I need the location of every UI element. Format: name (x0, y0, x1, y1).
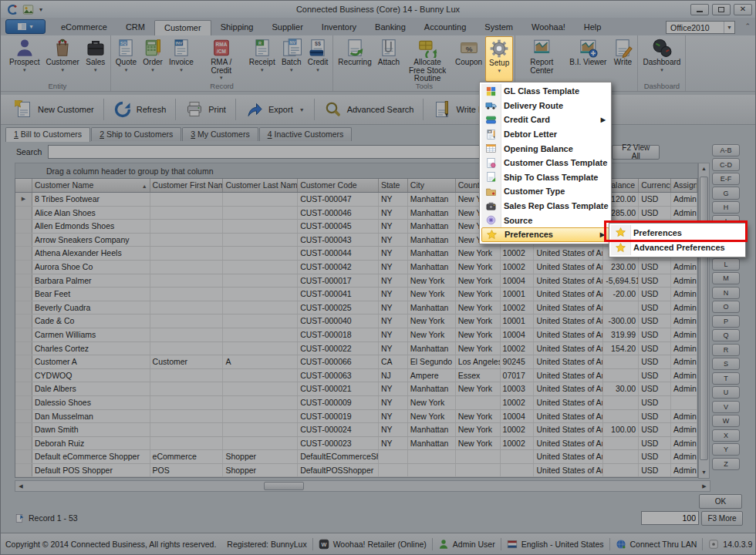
gl-icon (485, 86, 497, 97)
ship-doc-icon (485, 171, 497, 183)
menu-item-label: Credit Card (504, 115, 550, 124)
menu-item-label: Source (504, 216, 532, 225)
target-icon (485, 214, 497, 226)
class-doc-icon (485, 157, 497, 169)
menu-item-label: Delivery Route (504, 101, 563, 110)
star-icon (615, 242, 626, 254)
modal-dim-overlay (1, 1, 755, 554)
table-icon (485, 143, 497, 154)
svg-text:✉: ✉ (488, 130, 491, 133)
menu-item-customer-class-template[interactable]: Customer Class Template (481, 156, 609, 170)
menu-item-gl-class-template[interactable]: GL Class Template (481, 84, 609, 99)
submenu-item-preferences[interactable]: Preferences (611, 225, 744, 240)
menu-item-label: Ship To Class Template (504, 173, 598, 182)
menu-item-label: Customer Class Template (504, 158, 607, 167)
menu-item-debtor-letter[interactable]: ✉Debtor Letter (481, 127, 609, 142)
cards-icon (485, 114, 497, 126)
menu-item-preferences[interactable]: Preferences▶ (481, 227, 609, 242)
submenu-arrow-icon: ▶ (601, 116, 606, 123)
menu-item-label: Sales Rep Class Template (504, 201, 609, 210)
ribbon-button-label: Setup (489, 59, 509, 68)
camera-icon (485, 200, 497, 212)
menu-item-ship-to-class-template[interactable]: Ship To Class Template (481, 170, 609, 185)
submenu-item-label: Preferences (633, 228, 682, 237)
preferences-submenu: PreferencesAdvanced Preferences (609, 223, 746, 257)
menu-item-label: Opening Balance (504, 144, 573, 153)
menu-item-sales-rep-class-template[interactable]: Sales Rep Class Template (481, 199, 609, 214)
menu-item-label: GL Class Template (504, 86, 579, 96)
submenu-item-advanced-preferences[interactable]: Advanced Preferences (611, 240, 744, 256)
ribbon-button-setup[interactable]: Setup▾ (485, 36, 513, 82)
star-icon (615, 227, 626, 238)
debtor-icon: ✉ (485, 129, 497, 140)
menu-item-label: Debtor Letter (504, 130, 557, 139)
gear-icon (489, 39, 509, 59)
menu-item-label: Preferences (505, 230, 553, 239)
menu-item-delivery-route[interactable]: Delivery Route (481, 99, 609, 113)
folder-icon (485, 186, 497, 197)
menu-item-label: Customer Type (504, 187, 565, 196)
menu-item-source[interactable]: Source (481, 213, 609, 227)
menu-item-credit-card[interactable]: Credit Card▶ (481, 113, 609, 127)
menu-item-customer-type[interactable]: Customer Type (481, 184, 609, 199)
dropdown-arrow-icon: ▾ (498, 68, 501, 73)
route-icon (485, 99, 497, 111)
menu-item-opening-balance[interactable]: Opening Balance (481, 141, 609, 156)
application-window: ▾ Connected Business (Core) 14 - Bunny L… (0, 0, 756, 555)
submenu-item-label: Advanced Preferences (633, 243, 725, 252)
setup-dropdown-menu: GL Class TemplateDelivery RouteCredit Ca… (479, 82, 612, 244)
submenu-arrow-icon: ▶ (600, 231, 605, 238)
star-icon (486, 229, 498, 240)
